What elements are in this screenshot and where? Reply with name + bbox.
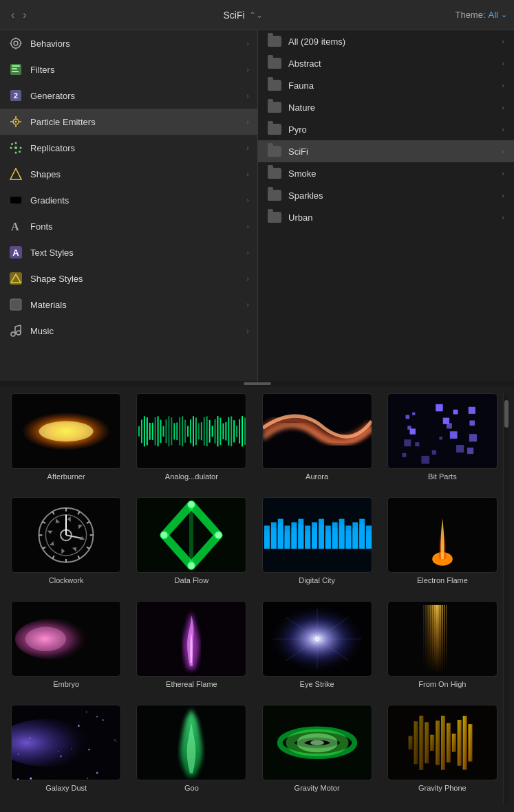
sidebar-item-shape-styles[interactable]: Shape Styles ›	[0, 265, 257, 292]
sidebar-label-shape-styles: Shape Styles	[30, 274, 246, 284]
divider-handle[interactable]	[244, 382, 271, 385]
theme-label: Theme:	[455, 10, 485, 20]
svg-rect-71	[215, 419, 216, 443]
category-label-sparkles: Sparkles	[288, 190, 323, 201]
grid-label-gravity-motor: Gravity Motor	[295, 784, 340, 792]
svg-rect-232	[440, 605, 441, 673]
grid-thumb-analog-modulator	[136, 393, 246, 469]
gradients-icon	[8, 193, 23, 208]
theme-value[interactable]: All	[489, 10, 498, 20]
grid-item-bit-parts[interactable]: Bit Parts	[382, 393, 503, 493]
svg-point-249	[60, 756, 61, 757]
svg-rect-161	[291, 522, 297, 549]
sidebar-item-gradients[interactable]: Gradients ›	[0, 187, 257, 213]
category-arrow-scifi: ›	[502, 147, 504, 155]
category-item-fauna[interactable]: Fauna ›	[258, 74, 514, 96]
sidebar-item-generators[interactable]: 2 Generators ›	[0, 83, 257, 109]
svg-rect-76	[228, 417, 230, 445]
svg-text:A: A	[11, 221, 19, 232]
grid-container: Afterburner Analog...dulator Aurora	[6, 393, 503, 804]
svg-rect-92	[447, 423, 452, 428]
svg-rect-283	[452, 734, 456, 752]
forward-button[interactable]: ›	[19, 6, 30, 24]
sidebar-arrow-replicators: ›	[246, 144, 249, 152]
svg-point-18	[14, 146, 17, 149]
sidebar-label-behaviors: Behaviors	[30, 39, 246, 49]
svg-rect-68	[206, 416, 208, 446]
behaviors-icon	[8, 36, 23, 51]
sidebar-item-behaviors[interactable]: Behaviors ›	[0, 30, 257, 56]
folder-icon-smoke	[268, 168, 281, 179]
svg-rect-62	[190, 419, 191, 443]
grid-item-afterburner[interactable]: Afterburner	[6, 393, 127, 493]
sidebar-item-materials[interactable]: Materials ›	[0, 292, 257, 318]
svg-rect-189	[339, 518, 344, 548]
svg-point-254	[52, 776, 54, 777]
grid-item-gravity-phone[interactable]: Gravity Phone	[382, 705, 503, 804]
svg-rect-9	[12, 71, 19, 72]
svg-rect-49	[155, 417, 156, 446]
category-item-smoke[interactable]: Smoke ›	[258, 162, 514, 184]
category-item-abstract[interactable]: Abstract ›	[258, 52, 514, 74]
sidebar-item-text-styles[interactable]: A Text Styles ›	[0, 239, 257, 265]
grid-item-ethereal-flame[interactable]: Ethereal Flame	[131, 601, 252, 701]
grid-label-ethereal-flame: Ethereal Flame	[166, 680, 217, 688]
divider	[0, 381, 514, 386]
sidebar-item-shapes[interactable]: Shapes ›	[0, 161, 257, 187]
category-item-all[interactable]: All (209 items) ›	[258, 30, 514, 52]
grid-label-analog-modulator: Analog...dulator	[165, 472, 218, 481]
category-item-nature[interactable]: Nature ›	[258, 96, 514, 118]
shapes-icon	[8, 166, 23, 182]
svg-point-139	[215, 531, 222, 538]
grid-item-clockwork[interactable]: Clockwork	[6, 497, 127, 597]
svg-rect-229	[433, 605, 436, 673]
back-button[interactable]: ‹	[7, 6, 19, 24]
category-item-urban[interactable]: Urban ›	[258, 206, 514, 228]
svg-point-260	[25, 738, 27, 740]
grid-item-eye-strike[interactable]: Eye Strike	[257, 601, 378, 701]
grid-thumb-eye-strike	[262, 601, 372, 677]
svg-rect-281	[441, 716, 445, 770]
svg-point-140	[188, 562, 195, 569]
svg-rect-103	[402, 453, 406, 457]
grid-item-data-flow[interactable]: Data Flow	[131, 497, 252, 597]
grid-item-embryo[interactable]: Embryo	[6, 601, 127, 701]
sidebar-item-filters[interactable]: Filters ›	[0, 56, 257, 83]
grid-item-galaxy-dust[interactable]: Galaxy Dust	[6, 705, 127, 804]
scrollbar-thumb[interactable]	[504, 400, 508, 428]
category-item-pyro[interactable]: Pyro ›	[258, 118, 514, 140]
grid-item-goo[interactable]: Goo	[131, 705, 252, 804]
svg-text:2: 2	[14, 91, 18, 100]
left-sidebar: Behaviors › Filters › 2 Generators › Par…	[0, 30, 258, 381]
category-item-scifi[interactable]: SciFi ›	[258, 140, 514, 162]
grid-item-aurora[interactable]: Aurora	[257, 393, 378, 493]
music-icon	[8, 323, 23, 338]
svg-rect-48	[152, 422, 153, 439]
sidebar-item-replicators[interactable]: Replicators ›	[0, 135, 257, 161]
sidebar-item-music[interactable]: Music ›	[0, 318, 257, 344]
svg-rect-153	[277, 518, 283, 548]
scrollbar-track[interactable]	[503, 393, 508, 804]
category-arrow-smoke: ›	[502, 169, 504, 177]
svg-rect-53	[166, 419, 167, 443]
text-styles-icon: A	[8, 245, 23, 260]
svg-rect-235	[446, 605, 447, 673]
sidebar-item-fonts[interactable]: A Fonts ›	[0, 213, 257, 239]
svg-rect-205	[366, 525, 372, 549]
fonts-icon: A	[8, 219, 23, 234]
grid-item-electron-flame[interactable]: Electron Flame	[382, 497, 503, 597]
grid-item-from-on-high[interactable]: From On High	[382, 601, 503, 701]
sidebar-item-particle-emitters[interactable]: Particle Emitters ›	[0, 109, 257, 135]
grid-label-clockwork: Clockwork	[49, 576, 84, 584]
svg-rect-70	[212, 426, 213, 437]
svg-rect-286	[468, 724, 472, 761]
grid-item-gravity-motor[interactable]: Gravity Motor	[257, 705, 378, 804]
svg-rect-277	[419, 716, 423, 770]
grid-item-analog-modulator[interactable]: Analog...dulator	[131, 393, 252, 493]
sidebar-arrow-behaviors: ›	[246, 39, 249, 47]
category-item-sparkles[interactable]: Sparkles ›	[258, 184, 514, 206]
theme-chevron-icon[interactable]: ⌄	[501, 10, 507, 19]
sidebar-arrow-shape-styles: ›	[246, 274, 249, 283]
grid-item-digital-city[interactable]: Digital City	[257, 497, 378, 597]
svg-rect-100	[456, 445, 464, 452]
